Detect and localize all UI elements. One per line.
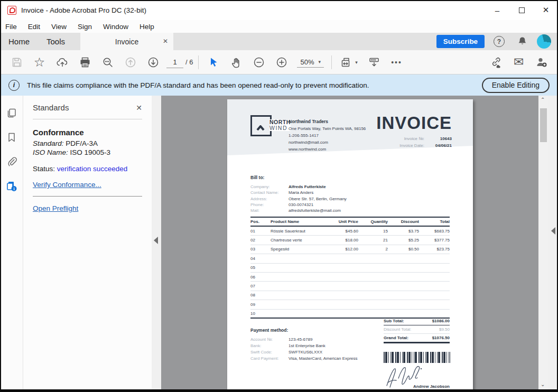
discount-total-label: Discount Total: [384, 327, 411, 332]
panel-title: Standards [33, 103, 69, 112]
hand-tool-icon[interactable] [225, 53, 247, 72]
print-icon[interactable] [73, 53, 96, 72]
grand-total-label: Grand Total: [384, 335, 408, 340]
table-row: 05 [250, 264, 450, 273]
northwind-logo [250, 115, 272, 136]
title-bar: Invoice - Adobe Acrobat Pro DC (32-bit) … [0, 0, 558, 20]
tab-home[interactable]: Home [8, 33, 30, 50]
iso-name-label: ISO Name: [33, 148, 68, 156]
tab-document-invoice[interactable]: Invoice ✕ [80, 33, 173, 50]
page-thumbnails-icon[interactable] [6, 107, 17, 119]
select-tool-icon[interactable] [202, 53, 225, 72]
collapse-tools-pane-icon[interactable] [551, 227, 555, 235]
menu-file[interactable]: File [5, 23, 17, 31]
zoom-out-icon[interactable] [247, 53, 270, 72]
standard-label: Standard: [33, 139, 64, 147]
navigation-pane-strip: i [0, 96, 23, 389]
page-number-input[interactable]: 1 [166, 57, 183, 68]
pdfa-notice-bar: i This file claims compliance with the P… [0, 74, 558, 96]
scroll-up-icon[interactable]: ⌃ [541, 97, 545, 102]
table-row: 08 [250, 291, 450, 300]
table-row: 03Spegesild$12.002$0.50$23.75 [250, 245, 450, 254]
invoice-date-value: 04/06/21 [432, 142, 452, 149]
save-icon[interactable] [5, 53, 28, 72]
invoice-number-label: Invoice №: [404, 135, 424, 142]
zoom-in-icon[interactable] [270, 53, 293, 72]
bill-to-block: Company:Alfreds Futterkiste Contact Name… [250, 184, 347, 213]
svg-text:i: i [13, 186, 14, 191]
menu-help[interactable]: Help [140, 23, 154, 31]
company-phone: 1-206-555-1417 [289, 132, 366, 139]
table-row: 06 [250, 273, 450, 282]
menu-window[interactable]: Window [103, 23, 128, 31]
tools-pane-gutter[interactable] [548, 96, 557, 389]
subscribe-button[interactable]: Subscribe [436, 35, 485, 48]
close-window-button[interactable]: ✕ [534, 0, 558, 20]
company-name: Northwind Traders [289, 118, 366, 125]
acrobat-app-icon [7, 6, 16, 15]
scrollbar-thumb[interactable] [540, 108, 547, 142]
menu-view[interactable]: View [51, 23, 67, 31]
bookmarks-icon[interactable] [6, 132, 17, 143]
verify-conformance-link[interactable]: Verify Conformance... [33, 181, 101, 189]
company-address: One Portals Way, Twin Points WA, 98156 [289, 125, 366, 132]
star-favorite-icon[interactable]: ☆ [28, 53, 51, 72]
zoom-level-value: 50% [300, 58, 314, 66]
table-row: 01Rössle Sauerkraut$45.6015$3.75$683.75 [250, 227, 450, 236]
toolbar-separator [198, 55, 199, 69]
invoice-page: NORTH WIND Northwind Traders One Portals… [227, 99, 473, 389]
help-icon[interactable]: ? [494, 36, 505, 47]
enable-editing-button[interactable]: Enable Editing [482, 78, 550, 93]
window-title: Invoice - Adobe Acrobat Pro DC (32-bit) [21, 6, 146, 14]
scroll-down-icon[interactable]: ⌄ [541, 381, 545, 387]
panel-divider [33, 196, 142, 197]
chevron-down-icon: ▾ [355, 60, 358, 65]
share-link-icon[interactable] [485, 53, 507, 72]
more-tools-icon[interactable]: ••• [385, 53, 408, 72]
vertical-scrollbar[interactable]: ⌃ ⌄ [538, 96, 548, 389]
table-row: 02Chartreuse verte$18.0021$5.25$377.75 [250, 236, 450, 245]
search-icon[interactable] [96, 53, 119, 72]
menu-sign[interactable]: Sign [78, 23, 92, 31]
panel-resize-gutter[interactable] [152, 96, 161, 389]
tab-tools[interactable]: Tools [46, 33, 65, 50]
attachments-icon[interactable] [6, 156, 17, 167]
page-count-label: / 6 [185, 58, 193, 66]
notice-text: This file claims compliance with the PDF… [27, 81, 369, 89]
subtotal-label: Sub Total: [384, 319, 404, 323]
close-panel-icon[interactable]: ✕ [136, 104, 142, 112]
document-view: NORTH WIND Northwind Traders One Portals… [161, 96, 538, 389]
signature-name: Andrew Jacobson [413, 384, 450, 389]
minimize-button[interactable]: – [485, 0, 509, 20]
panel-divider [33, 119, 142, 119]
zoom-level-dropdown[interactable]: 50% ▾ [297, 57, 324, 68]
main-toolbar: ☆ 1 / 6 50% ▾ ▾ ••• ✉ [0, 50, 558, 74]
next-page-icon[interactable] [142, 53, 164, 72]
tab-document-label: Invoice [115, 38, 138, 46]
logo-wordmark: NORTH WIND [269, 119, 291, 131]
standard-value: PDF/A-3A [64, 139, 98, 147]
iso-name-value: ISO 19005-3 [68, 148, 110, 156]
tab-close-icon[interactable]: ✕ [163, 38, 168, 45]
standards-icon-active[interactable]: i [6, 180, 17, 192]
status-label: Status: [33, 165, 57, 173]
collapse-panel-icon[interactable] [154, 237, 158, 244]
company-block: Northwind Traders One Portals Way, Twin … [289, 118, 366, 153]
fit-full-width-icon[interactable] [362, 53, 385, 72]
maximize-button[interactable] [509, 0, 534, 20]
cloud-upload-icon[interactable] [51, 53, 73, 72]
company-email: northwind@mail.com [289, 139, 366, 146]
conformance-heading: Conformance [33, 128, 142, 137]
discount-total-value: $9.50 [439, 327, 450, 332]
maximize-icon [519, 7, 525, 13]
notifications-bell-icon[interactable] [516, 35, 528, 50]
bill-to-heading: Bill to: [250, 175, 264, 180]
fit-width-dropdown[interactable]: ▾ [335, 53, 362, 72]
open-preflight-link[interactable]: Open Preflight [33, 204, 78, 212]
previous-page-icon[interactable] [119, 53, 142, 72]
add-user-icon[interactable] [530, 53, 553, 72]
toolbar-separator [331, 55, 332, 69]
menu-edit[interactable]: Edit [28, 23, 40, 31]
email-icon[interactable]: ✉ [507, 53, 530, 72]
account-avatar[interactable] [537, 34, 551, 49]
